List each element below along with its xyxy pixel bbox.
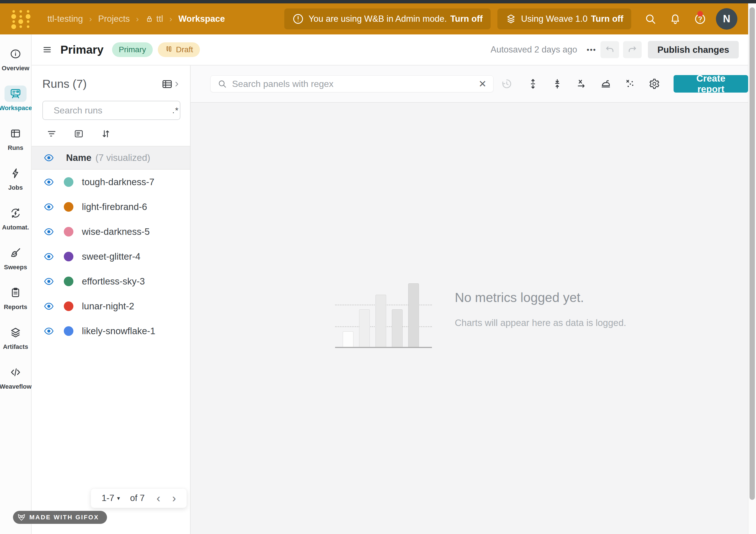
page-title: Primary: [60, 43, 104, 56]
sidebar-item-jobs[interactable]: Jobs: [0, 165, 31, 191]
eye-icon[interactable]: [43, 302, 54, 310]
run-color-dot: [64, 202, 73, 212]
runs-toolbar: [46, 128, 190, 139]
sidebar-item-runs[interactable]: Runs: [0, 125, 31, 151]
sidebar-item-automations[interactable]: Automat.: [0, 205, 31, 231]
weave-banner-text: Using Weave 1.0: [521, 14, 588, 24]
breadcrumb-team[interactable]: ttl-testing: [47, 14, 83, 24]
run-row[interactable]: light-firebrand-6: [32, 195, 190, 219]
sidebar-item-artifacts[interactable]: Artifacts: [0, 324, 31, 351]
gifox-label: MADE WITH GIFOX: [29, 514, 99, 521]
eye-icon[interactable]: [43, 178, 54, 186]
sidebar-item-sweeps[interactable]: Sweeps: [0, 245, 31, 271]
filter-icon[interactable]: [46, 128, 57, 139]
hamburger-icon[interactable]: [42, 45, 52, 54]
run-name: likely-snowflake-1: [82, 326, 155, 336]
create-report-button[interactable]: Create report: [674, 75, 748, 93]
regex-toggle[interactable]: .*: [172, 106, 179, 115]
workspace-board-icon: [9, 88, 22, 100]
breadcrumb-separator: ›: [136, 14, 139, 24]
runs-panel: Runs (7) .*: [32, 66, 191, 534]
code-icon: [9, 366, 22, 379]
outliers-icon[interactable]: [624, 78, 636, 90]
list-icon[interactable]: [73, 128, 84, 139]
panel-controls: [527, 78, 660, 90]
run-list-header: Name (7 visualized): [32, 146, 190, 170]
eye-icon[interactable]: [43, 327, 54, 335]
admin-mode-text: You are using W&B in Admin mode.: [309, 14, 447, 24]
bell-icon[interactable]: [669, 13, 682, 25]
sidebar-item-weaveflow[interactable]: Weaveflow: [0, 364, 31, 390]
undo-button[interactable]: [601, 41, 619, 58]
eye-icon[interactable]: [43, 203, 54, 211]
x-axis-icon[interactable]: [576, 78, 587, 90]
page-scrollbar[interactable]: [748, 3, 756, 534]
search-runs-input[interactable]: [54, 105, 172, 116]
page-total: of 7: [130, 493, 145, 503]
search-icon[interactable]: [644, 13, 657, 25]
column-header-name[interactable]: Name: [66, 152, 92, 163]
history-icon: [501, 78, 513, 90]
run-row[interactable]: tough-darkness-7: [32, 170, 190, 195]
notification-dot: [697, 11, 703, 17]
empty-state: No metrics logged yet. Charts will appea…: [455, 290, 626, 328]
scrollbar-thumb[interactable]: [749, 7, 755, 500]
sweeps-broom-icon: [9, 247, 22, 259]
help-icon[interactable]: [694, 13, 706, 25]
chevron-right-icon: [173, 80, 180, 88]
run-row[interactable]: effortless-sky-3: [32, 269, 190, 294]
workspace-header: Primary Primary Draft Autosaved 2 days a…: [32, 35, 748, 66]
sidebar-item-reports[interactable]: Reports: [0, 284, 31, 311]
sort-icon[interactable]: [100, 128, 111, 139]
gifox-badge: MADE WITH GIFOX: [13, 511, 107, 524]
header-actions: Autosaved 2 days ago ••• Publish changes: [491, 41, 739, 58]
run-row[interactable]: wise-darkness-5: [32, 219, 190, 244]
sidebar-item-workspace[interactable]: Workspace: [0, 86, 31, 112]
empty-state-subtitle: Charts will appear here as data is logge…: [455, 317, 626, 328]
admin-turn-off-button[interactable]: Turn off: [450, 14, 483, 24]
eye-icon[interactable]: [43, 227, 54, 236]
reports-clipboard-icon: [9, 286, 22, 299]
app-bar: ttl-testing › Projects › ttl › Workspace…: [0, 3, 749, 35]
collapse-panels-icon[interactable]: [552, 78, 563, 90]
lock-icon: [145, 15, 153, 23]
run-row[interactable]: likely-snowflake-1: [32, 319, 190, 343]
run-color-dot: [64, 252, 73, 261]
eye-icon[interactable]: [43, 277, 54, 286]
appbar-right: You are using W&B in Admin mode. Turn of…: [284, 8, 749, 30]
artifacts-layers-icon: [9, 326, 22, 339]
panels-workspace: ✕: [191, 66, 748, 534]
search-panels-input[interactable]: [232, 79, 478, 89]
caret-down-icon: ▾: [117, 495, 120, 501]
admin-mode-banner: You are using W&B in Admin mode. Turn of…: [284, 9, 491, 29]
run-color-dot: [64, 227, 73, 236]
wandb-logo[interactable]: [10, 9, 32, 29]
runs-table-icon: [9, 127, 22, 140]
runs-search-box: .*: [42, 101, 180, 120]
breadcrumb-project[interactable]: ttl: [145, 14, 163, 24]
run-row[interactable]: sweet-glitter-4: [32, 244, 190, 269]
publish-changes-button[interactable]: Publish changes: [648, 41, 739, 58]
smoothing-iron-icon[interactable]: [600, 78, 611, 90]
redo-button[interactable]: [623, 41, 642, 58]
weave-layers-icon: [505, 13, 517, 25]
breadcrumb-separator: ›: [89, 14, 92, 24]
gear-icon[interactable]: [649, 78, 660, 90]
run-name: sweet-glitter-4: [82, 251, 140, 262]
clear-search-icon[interactable]: ✕: [478, 79, 487, 89]
weave-turn-off-button[interactable]: Turn off: [591, 14, 623, 24]
run-color-dot: [64, 326, 73, 336]
eye-icon[interactable]: [43, 153, 54, 162]
breadcrumb-page[interactable]: Workspace: [178, 14, 225, 24]
expand-run-table-button[interactable]: [161, 78, 180, 90]
expand-panels-icon[interactable]: [527, 78, 539, 90]
sidebar-item-overview[interactable]: Overview: [0, 46, 31, 72]
run-row[interactable]: lunar-night-2: [32, 294, 190, 319]
eye-icon[interactable]: [43, 252, 54, 261]
more-menu-icon[interactable]: •••: [587, 46, 597, 54]
next-page-button[interactable]: ›: [172, 493, 176, 504]
page-range-dropdown[interactable]: 1-7 ▾: [102, 493, 120, 503]
breadcrumb-projects[interactable]: Projects: [98, 14, 130, 24]
avatar[interactable]: N: [716, 8, 737, 30]
prev-page-button[interactable]: ‹: [157, 493, 160, 504]
